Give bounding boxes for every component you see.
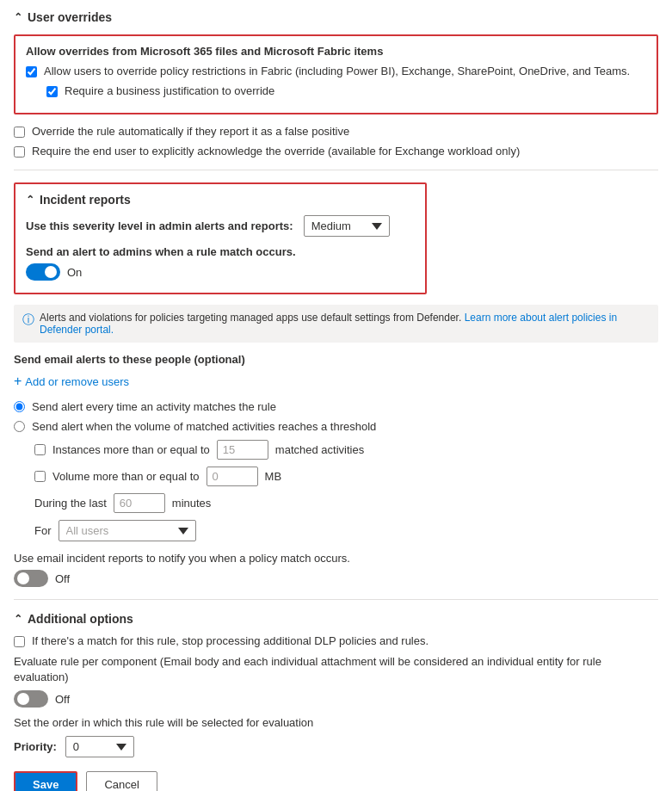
evaluate-toggle-label: Off [55, 693, 70, 706]
volume-row: Volume more than or equal to MB [34, 467, 658, 486]
severity-select[interactable]: Low Medium High [304, 215, 390, 237]
require-justification-row: Require a business justification to over… [46, 84, 646, 97]
user-overrides-section: ⌃ User overrides Allow overrides from Mi… [14, 10, 658, 158]
email-incident-toggle[interactable] [14, 570, 48, 587]
allow-overrides-title: Allow overrides from Microsoft 365 files… [26, 45, 646, 58]
allow-users-override-label: Allow users to override policy restricti… [44, 65, 630, 77]
plus-icon: + [14, 374, 22, 388]
additional-options-header: ⌃ Additional options [14, 612, 658, 626]
allow-users-override-checkbox[interactable] [26, 66, 37, 77]
cancel-button[interactable]: Cancel [86, 771, 157, 791]
for-row: For All users [34, 520, 658, 541]
false-positive-label: Override the rule automatically if they … [32, 125, 349, 138]
evaluate-toggle[interactable] [14, 690, 48, 708]
priority-row: Priority: 0 1 2 3 [14, 736, 658, 757]
divider-2 [14, 599, 658, 600]
additional-collapse-icon[interactable]: ⌃ [14, 613, 22, 625]
radio-threshold[interactable] [14, 421, 25, 432]
acknowledge-override-label: Require the end user to explicitly ackno… [32, 145, 520, 158]
volume-input[interactable] [207, 467, 258, 486]
use-email-label: Use email incident reports to notify you… [14, 552, 658, 565]
false-positive-row: Override the rule automatically if they … [14, 125, 658, 138]
during-row: During the last minutes [34, 493, 658, 513]
instances-input[interactable] [217, 440, 268, 460]
allow-users-override-row: Allow users to override policy restricti… [26, 65, 646, 77]
volume-label: Volume more than or equal to [52, 470, 200, 483]
radio-always-row: Send alert every time an activity matche… [14, 400, 658, 413]
radio-always-label: Send alert every time an activity matche… [32, 400, 276, 413]
radio-threshold-label: Send alert when the volume of matched ac… [32, 420, 376, 433]
incident-reports-header: ⌃ Incident reports [26, 193, 415, 207]
send-alert-toggle-label: On [67, 266, 82, 279]
additional-options-section: ⌃ Additional options If there's a match … [14, 612, 658, 757]
instances-unit: matched activities [275, 443, 364, 456]
severity-row: Use this severity level in admin alerts … [26, 215, 415, 237]
email-alerts-title: Send email alerts to these people (optio… [14, 353, 658, 366]
save-button[interactable]: Save [14, 771, 77, 791]
email-incident-toggle-label: Off [55, 572, 70, 585]
info-bar: ⓘ Alerts and violations for policies tar… [14, 305, 658, 343]
priority-label: Priority: [14, 740, 57, 753]
priority-select[interactable]: 0 1 2 3 [65, 736, 134, 757]
during-input[interactable] [114, 493, 165, 513]
stop-processing-label: If there's a match for this rule, stop p… [32, 634, 428, 647]
for-label: For [34, 524, 52, 537]
info-text: Alerts and violations for policies targe… [40, 312, 650, 336]
require-justification-checkbox[interactable] [46, 86, 58, 97]
divider-1 [14, 170, 658, 170]
user-overrides-header: ⌃ User overrides [14, 10, 658, 24]
evaluate-toggle-container: Off [14, 690, 658, 708]
send-alert-label: Send an alert to admins when a rule matc… [26, 245, 415, 258]
threshold-sub-options: Instances more than or equal to matched … [34, 440, 658, 541]
stop-processing-row: If there's a match for this rule, stop p… [14, 634, 658, 647]
info-icon: ⓘ [22, 312, 34, 328]
email-alerts-section: Send email alerts to these people (optio… [14, 353, 658, 541]
use-email-incident-section: Use email incident reports to notify you… [14, 552, 658, 587]
incident-collapse-icon[interactable]: ⌃ [26, 194, 34, 206]
collapse-icon[interactable]: ⌃ [14, 11, 22, 23]
send-alert-toggle[interactable] [26, 263, 60, 281]
add-remove-users-button[interactable]: + Add or remove users [14, 373, 129, 390]
user-overrides-title: User overrides [28, 10, 112, 24]
incident-reports-title: Incident reports [40, 193, 131, 207]
evaluate-label: Evaluate rule per component (Email body … [14, 654, 658, 685]
add-users-label: Add or remove users [25, 375, 129, 388]
instances-checkbox[interactable] [34, 444, 46, 455]
radio-threshold-row: Send alert when the volume of matched ac… [14, 420, 658, 433]
acknowledge-override-row: Require the end user to explicitly ackno… [14, 145, 658, 158]
incident-reports-box: ⌃ Incident reports Use this severity lev… [14, 182, 427, 294]
allow-overrides-box: Allow overrides from Microsoft 365 files… [14, 34, 658, 114]
acknowledge-override-checkbox[interactable] [14, 146, 25, 158]
email-incident-toggle-container: Off [14, 570, 658, 587]
for-select[interactable]: All users [59, 520, 196, 541]
false-positive-checkbox[interactable] [14, 127, 25, 138]
instances-row: Instances more than or equal to matched … [34, 440, 658, 460]
volume-checkbox[interactable] [34, 471, 46, 482]
send-alert-toggle-container: On [26, 263, 415, 281]
action-buttons: Save Cancel [14, 771, 658, 791]
stop-processing-checkbox[interactable] [14, 636, 25, 647]
volume-unit: MB [265, 470, 282, 483]
set-priority-label: Set the order in which this rule will be… [14, 716, 658, 729]
incident-reports-section: ⌃ Incident reports Use this severity lev… [14, 182, 658, 587]
radio-always[interactable] [14, 401, 25, 412]
severity-label: Use this severity level in admin alerts … [26, 219, 293, 232]
during-label: During the last [34, 497, 107, 510]
require-justification-label: Require a business justification to over… [65, 84, 274, 97]
during-unit: minutes [172, 497, 212, 510]
additional-options-title: Additional options [28, 612, 133, 626]
instances-label: Instances more than or equal to [52, 443, 210, 456]
